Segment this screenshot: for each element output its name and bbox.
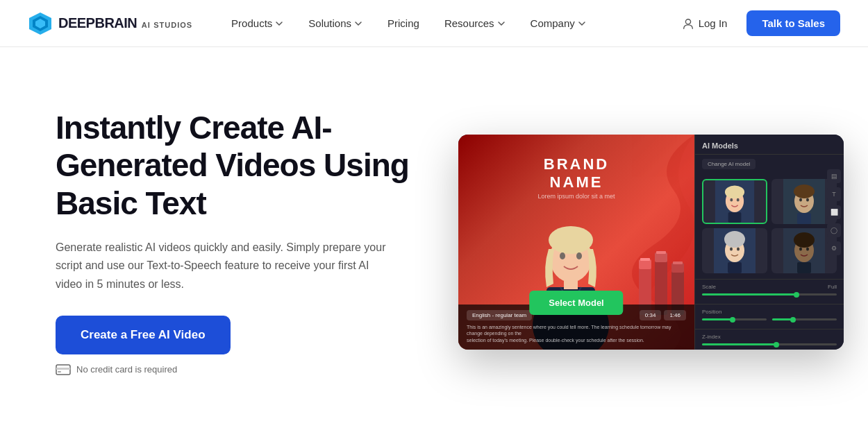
nav-item-company[interactable]: Company bbox=[519, 12, 597, 35]
demo-side-icons: ▤ T ⬜ ◯ ⚙ bbox=[827, 169, 841, 255]
main-content: Instantly Create AI-Generated Videos Usi… bbox=[0, 47, 868, 437]
avatar-face-1 bbox=[703, 180, 766, 223]
svg-point-31 bbox=[794, 185, 815, 198]
svg-point-12 bbox=[560, 252, 565, 259]
nav-item-pricing[interactable]: Pricing bbox=[376, 12, 431, 35]
svg-rect-19 bbox=[656, 251, 666, 254]
chevron-down-icon bbox=[578, 19, 586, 28]
demo-zindex-slider[interactable] bbox=[702, 343, 837, 345]
demo-video-panel: BRAND NAME Lorem ipsum dolor sit a met bbox=[458, 135, 694, 350]
user-icon bbox=[682, 17, 694, 30]
talk-to-sales-button[interactable]: Talk to Sales bbox=[746, 10, 840, 36]
chevron-down-icon bbox=[275, 19, 283, 28]
demo-position-x-slider[interactable] bbox=[702, 318, 767, 320]
demo-scale-section: Scale Full bbox=[695, 279, 844, 304]
logo-icon bbox=[28, 11, 53, 36]
demo-icon-image[interactable]: ⬜ bbox=[827, 205, 841, 219]
svg-point-45 bbox=[806, 248, 809, 251]
svg-rect-34 bbox=[797, 213, 811, 224]
demo-icon-settings[interactable]: ⚙ bbox=[827, 241, 841, 255]
svg-rect-40 bbox=[728, 262, 742, 273]
svg-rect-28 bbox=[728, 212, 742, 223]
demo-script-text: This is an amazingly sentence where you … bbox=[467, 324, 686, 344]
svg-rect-46 bbox=[797, 262, 811, 273]
svg-rect-18 bbox=[655, 252, 667, 262]
navbar: DEEPBRAIN AI STUDIOS Products Solutions … bbox=[0, 0, 868, 47]
create-free-video-button[interactable]: Create a Free AI Video bbox=[56, 316, 231, 354]
credit-card-icon bbox=[56, 364, 71, 375]
svg-rect-21 bbox=[671, 263, 684, 273]
chevron-down-icon bbox=[354, 19, 362, 28]
svg-point-39 bbox=[737, 248, 740, 251]
demo-zindex-row: Z-index bbox=[702, 334, 837, 340]
demo-icon-layers[interactable]: ▤ bbox=[827, 169, 841, 183]
svg-rect-22 bbox=[673, 262, 683, 264]
hero-title: Instantly Create AI-Generated Videos Usi… bbox=[56, 109, 417, 222]
svg-point-37 bbox=[724, 231, 745, 248]
hero-section: Instantly Create AI-Generated Videos Usi… bbox=[56, 109, 417, 375]
demo-ai-models-header: AI Models bbox=[695, 135, 844, 155]
svg-point-32 bbox=[799, 198, 802, 202]
hero-demo: BRAND NAME Lorem ipsum dolor sit a met bbox=[458, 135, 844, 350]
select-model-button[interactable]: Select Model bbox=[529, 291, 623, 315]
demo-icon-shape[interactable]: ◯ bbox=[827, 223, 841, 237]
svg-point-13 bbox=[576, 252, 582, 259]
svg-point-26 bbox=[730, 198, 733, 202]
logo-deepbrain: DEEPBRAIN AI STUDIOS bbox=[58, 15, 192, 31]
avatar-card-3[interactable] bbox=[702, 228, 767, 273]
svg-point-3 bbox=[685, 19, 690, 24]
demo-brand-overlay: BRAND NAME Lorem ipsum dolor sit a met bbox=[517, 155, 635, 200]
svg-point-33 bbox=[806, 198, 809, 202]
svg-point-27 bbox=[737, 198, 740, 202]
svg-rect-6 bbox=[58, 371, 61, 372]
nav-item-resources[interactable]: Resources bbox=[433, 12, 517, 35]
demo-time-badges: 0:34 1:46 bbox=[640, 310, 686, 320]
demo-position-section: Position bbox=[695, 304, 844, 329]
nav-item-solutions[interactable]: Solutions bbox=[297, 12, 374, 35]
svg-rect-15 bbox=[639, 259, 651, 269]
demo-right-panel: AI Models Change AI model bbox=[694, 135, 844, 350]
demo-position-y-slider[interactable] bbox=[772, 318, 837, 320]
demo-scale-slider[interactable] bbox=[702, 293, 837, 295]
svg-rect-5 bbox=[56, 368, 70, 370]
logo[interactable]: DEEPBRAIN AI STUDIOS bbox=[28, 11, 192, 36]
no-credit-card-notice: No credit card is required bbox=[56, 364, 417, 375]
nav-links: Products Solutions Pricing Resources Com… bbox=[220, 12, 671, 35]
login-button[interactable]: Log In bbox=[671, 12, 739, 35]
hero-description: Generate realistic AI videos quickly and… bbox=[56, 239, 396, 293]
demo-scale-row: Scale Full bbox=[702, 284, 837, 290]
chevron-down-icon bbox=[497, 19, 506, 28]
demo-container: BRAND NAME Lorem ipsum dolor sit a met bbox=[458, 135, 844, 350]
demo-avatars-grid bbox=[695, 173, 844, 279]
avatar-face-3 bbox=[702, 228, 767, 273]
svg-point-38 bbox=[730, 248, 733, 251]
svg-point-11 bbox=[549, 226, 593, 254]
svg-rect-16 bbox=[640, 258, 650, 261]
demo-position-row: Position bbox=[702, 309, 837, 315]
demo-icon-text[interactable]: T bbox=[827, 187, 841, 201]
demo-zindex-section: Z-index bbox=[695, 329, 844, 350]
avatar-card-1[interactable] bbox=[702, 179, 767, 224]
svg-point-44 bbox=[799, 248, 802, 251]
nav-item-products[interactable]: Products bbox=[220, 12, 294, 35]
nav-actions: Log In Talk to Sales bbox=[671, 10, 840, 36]
svg-point-25 bbox=[725, 186, 744, 199]
svg-point-43 bbox=[794, 232, 815, 248]
demo-panel-toolbar: Change AI model bbox=[695, 155, 844, 173]
